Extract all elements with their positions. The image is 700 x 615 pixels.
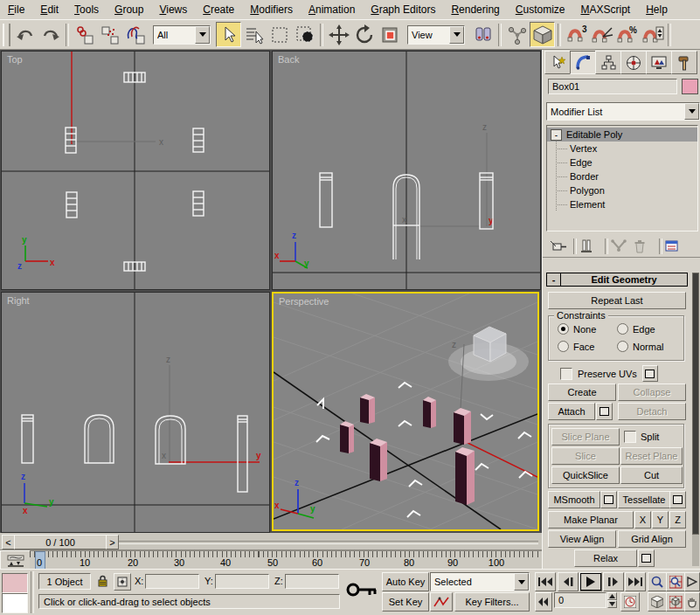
tessellate-button[interactable]: Tessellate [618, 491, 670, 508]
snap-3d-icon[interactable]: 3 [564, 22, 589, 47]
stack-item-vertex[interactable]: Vertex [547, 142, 697, 155]
quickslice-button[interactable]: QuickSlice [551, 466, 620, 484]
stack-item-editable-poly[interactable]: - Editable Poly [547, 128, 697, 142]
key-filters-button[interactable]: Key Filters... [454, 592, 530, 612]
y-coordinate-field[interactable] [215, 574, 269, 589]
next-frame-icon[interactable] [603, 572, 624, 591]
menu-file[interactable]: File [0, 1, 32, 19]
select-by-name-icon[interactable] [241, 22, 267, 47]
preserve-uvs-settings-button[interactable] [642, 365, 658, 382]
relax-settings-button[interactable] [638, 549, 655, 567]
select-and-link-icon[interactable] [72, 22, 97, 47]
keyboard-shortcut-override-icon[interactable] [344, 578, 379, 606]
modifier-list-arrow[interactable] [684, 103, 699, 120]
menu-help[interactable]: Help [638, 1, 676, 19]
make-planar-x-button[interactable]: X [634, 511, 651, 529]
menu-create[interactable]: Create [195, 1, 242, 19]
viewport-perspective[interactable]: Perspective z [272, 292, 539, 531]
redo-icon[interactable] [38, 22, 63, 47]
field-of-view-icon[interactable] [684, 572, 700, 591]
relax-button[interactable]: Relax [574, 549, 637, 567]
pan-view-icon[interactable] [684, 592, 700, 612]
key-mode-toggle-icon[interactable] [535, 592, 552, 612]
constraint-normal-radio[interactable]: Normal [617, 341, 663, 352]
time-slider-track[interactable] [119, 541, 538, 544]
tessellate-settings-button[interactable] [669, 491, 686, 508]
bind-to-space-warp-icon[interactable] [122, 22, 148, 47]
window-crossing-toggle-icon[interactable] [292, 22, 317, 47]
preserve-uvs-checkbox[interactable] [560, 368, 572, 380]
viewport-right-canvas[interactable]: z x y z x y [2, 293, 269, 532]
tab-create[interactable] [544, 51, 571, 74]
tab-utilities[interactable] [671, 51, 697, 74]
viewport-perspective-canvas[interactable]: z [274, 294, 537, 529]
viewport-back[interactable]: Back z x y [272, 51, 541, 290]
key-mode-arrow[interactable] [514, 573, 529, 591]
stack-item-border[interactable]: Border [547, 169, 697, 183]
attach-button[interactable]: Attach [548, 403, 595, 420]
pin-stack-icon[interactable] [550, 239, 571, 253]
select-and-manipulate-icon[interactable] [504, 22, 530, 47]
menu-animation[interactable]: Animation [301, 1, 363, 19]
viewport-right-label[interactable]: Right [7, 295, 30, 306]
selection-filter-dropdown[interactable]: All [153, 25, 211, 45]
slice-button[interactable]: Slice [551, 447, 620, 465]
tab-motion[interactable] [620, 51, 647, 74]
viewport-top[interactable]: Top x [1, 51, 270, 290]
selection-filter-arrow[interactable] [195, 26, 210, 44]
time-slider-next-button[interactable]: > [106, 535, 119, 549]
make-unique-icon[interactable] [611, 239, 634, 253]
scrollbar-thumb[interactable] [692, 273, 699, 535]
select-and-move-icon[interactable] [326, 22, 351, 47]
listener-splitter[interactable] [31, 571, 34, 613]
z-coordinate-field[interactable] [285, 574, 339, 589]
stack-expand-toggle[interactable]: - [551, 129, 562, 141]
viewport-top-label[interactable]: Top [7, 54, 23, 65]
modifier-list-dropdown[interactable]: Modifier List [546, 102, 700, 121]
menu-customize[interactable]: Customize [508, 1, 573, 19]
time-slider-prev-button[interactable]: < [2, 535, 15, 549]
make-planar-y-button[interactable]: Y [652, 511, 669, 529]
previous-frame-icon[interactable] [558, 572, 579, 591]
msmooth-settings-button[interactable] [600, 491, 617, 508]
maxscript-mini-listener-pink[interactable] [2, 573, 28, 593]
rectangular-selection-region-icon[interactable] [267, 22, 292, 47]
select-and-scale-icon[interactable] [377, 22, 402, 47]
key-mode-dropdown[interactable]: Selected [430, 572, 530, 591]
menu-graph-editors[interactable]: Graph Editors [363, 1, 443, 19]
create-button[interactable]: Create [548, 384, 616, 401]
time-slider-handle[interactable]: 0 / 100 [14, 535, 107, 549]
select-object-icon[interactable] [216, 22, 241, 47]
configure-modifier-sets-icon[interactable] [665, 239, 688, 253]
use-pivot-point-center-icon[interactable] [470, 22, 496, 47]
viewport-right[interactable]: Right z x y [1, 292, 270, 533]
constraint-face-radio[interactable]: Face [558, 341, 594, 352]
viewport-back-label[interactable]: Back [278, 54, 299, 65]
collapse-button[interactable]: Collapse [618, 384, 686, 401]
attach-settings-button[interactable] [596, 403, 613, 420]
track-bar-ruler[interactable]: 0 10 20 30 40 50 60 70 80 90 100 [30, 550, 542, 570]
grid-align-button[interactable]: Grid Align [618, 530, 686, 548]
frame-spinner[interactable] [607, 592, 617, 608]
snaps-toggle-icon[interactable] [530, 22, 555, 47]
unlink-selection-icon[interactable] [97, 22, 122, 47]
percent-snap-toggle-icon[interactable]: % [614, 22, 640, 47]
x-coordinate-field[interactable] [145, 574, 199, 589]
undo-icon[interactable] [12, 22, 38, 47]
make-planar-z-button[interactable]: Z [669, 511, 686, 529]
rollout-collapse-icon[interactable]: - [547, 273, 561, 286]
current-frame-field[interactable]: 0 [554, 592, 606, 608]
constraint-none-radio[interactable]: None [558, 323, 596, 335]
angle-snap-toggle-icon[interactable] [589, 22, 614, 47]
detach-button[interactable]: Detach [618, 403, 686, 420]
tab-modify[interactable] [570, 51, 596, 74]
coord-system-arrow[interactable] [449, 26, 464, 44]
msmooth-button[interactable]: MSmooth [548, 491, 600, 508]
slice-plane-button[interactable]: Slice Plane [551, 428, 620, 446]
menu-rendering[interactable]: Rendering [443, 1, 507, 19]
split-checkbox-row[interactable]: Split [624, 431, 659, 443]
zoom-icon[interactable] [648, 572, 667, 591]
auto-key-button[interactable]: Auto Key [382, 572, 429, 591]
stack-item-element[interactable]: Element [547, 197, 697, 211]
remove-modifier-icon[interactable] [634, 239, 656, 253]
